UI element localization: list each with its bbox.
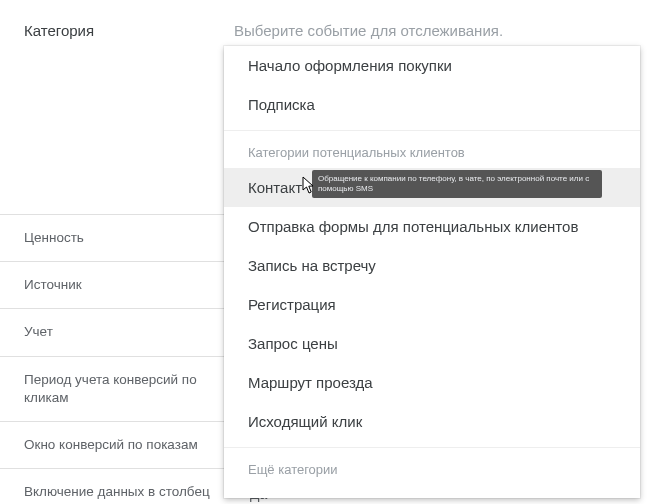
settings-row-view-window[interactable]: Окно конверсий по показам — [0, 421, 232, 468]
dropdown-item-contact[interactable]: Контакт Обращение к компании по телефону… — [224, 168, 640, 207]
dropdown-item-label: Контакт — [248, 179, 302, 196]
dropdown-item-price-request[interactable]: Запрос цены — [224, 324, 640, 363]
category-select-placeholder[interactable]: Выберите событие для отслеживания. — [234, 22, 503, 39]
contact-tooltip: Обращение к компании по телефону, в чате… — [312, 170, 602, 198]
dropdown-item-signup[interactable]: Регистрация — [224, 285, 640, 324]
dropdown-group-leads-header: Категории потенциальных клиентов — [224, 130, 640, 168]
dropdown-group-more-header: Ещё категории — [224, 447, 640, 485]
dropdown-item-lead-form[interactable]: Отправка формы для потенциальных клиенто… — [224, 207, 640, 246]
dropdown-item-appointment[interactable]: Запись на встречу — [224, 246, 640, 285]
category-dropdown: Начало оформления покупки Подписка Катег… — [224, 46, 640, 498]
dropdown-scroll[interactable]: Начало оформления покупки Подписка Катег… — [224, 46, 640, 498]
settings-row-source[interactable]: Источник — [0, 261, 232, 308]
settings-row-count[interactable]: Учет — [0, 308, 232, 355]
dropdown-item-page-view[interactable]: Просмотр страницы — [224, 485, 640, 498]
dropdown-item-outbound-click[interactable]: Исходящий клик — [224, 402, 640, 441]
dropdown-item-subscribe[interactable]: Подписка — [224, 85, 640, 124]
settings-column: Ценность Источник Учет Период учета конв… — [0, 0, 232, 504]
dropdown-item-begin-checkout[interactable]: Начало оформления покупки — [224, 46, 640, 85]
settings-row-include[interactable]: Включение данных в столбец "Конверсии" — [0, 468, 232, 504]
settings-row-click-window[interactable]: Период учета конверсий по кликам — [0, 356, 232, 421]
dropdown-item-directions[interactable]: Маршрут проезда — [224, 363, 640, 402]
settings-row-value[interactable]: Ценность — [0, 214, 232, 261]
